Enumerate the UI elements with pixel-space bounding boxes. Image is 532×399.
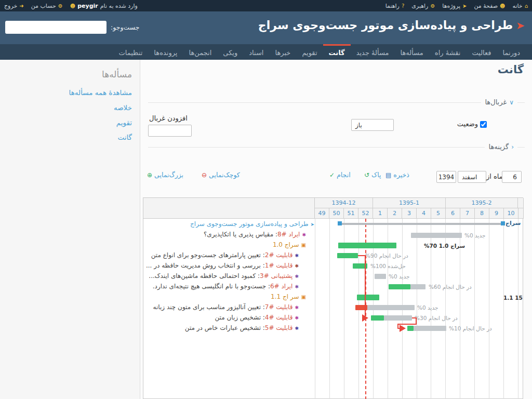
tab-roadmap[interactable]: نقشهٔ راه bbox=[429, 44, 467, 60]
tab-new-issue[interactable]: مسألهٔ جدید bbox=[351, 44, 395, 60]
gantt-row-issue: ✱پشتیبانی #3: کمبود احتمالی حافظه ماشین‌… bbox=[143, 271, 314, 281]
task-bar-done bbox=[337, 253, 358, 258]
tracker-icon: ✱ bbox=[295, 271, 299, 281]
issue-link[interactable]: ایراد #8 bbox=[277, 231, 300, 238]
issue-link[interactable]: قابلیت #1 bbox=[265, 262, 293, 269]
version-link[interactable]: سراج 1.0 bbox=[273, 241, 299, 248]
issue-link[interactable]: ایراد #6 bbox=[270, 283, 292, 290]
zoom-in-link[interactable]: ⊕ بزرگ‌نمایی bbox=[147, 171, 183, 179]
week-cell: 10 bbox=[504, 208, 518, 219]
version-bar-label: سراج 1.0 70% bbox=[424, 243, 465, 249]
tracker-icon: ✱ bbox=[295, 261, 299, 271]
status-filter-checkbox[interactable] bbox=[480, 121, 487, 128]
zoom-out-icon: ⊖ bbox=[202, 171, 207, 179]
search-input[interactable] bbox=[5, 21, 107, 34]
sidebar: مسأله‌ها مشاهدهٔ همه مسأله‌ها خلاصه تقوی… bbox=[0, 60, 140, 399]
issue-link[interactable]: قابلیت #5 bbox=[265, 324, 293, 331]
chevron-left-icon[interactable]: ‹ bbox=[511, 143, 514, 151]
issue-link[interactable]: قابلیت #4 bbox=[265, 314, 293, 321]
topbar-administration[interactable]: ⚙راهبری bbox=[411, 3, 435, 9]
tracker-icon: ✱ bbox=[295, 323, 299, 333]
tab-activity[interactable]: فعالیت bbox=[466, 44, 497, 60]
task-bar-label: حل‌شده 100% bbox=[370, 263, 406, 269]
status-filter-label: وضعیت bbox=[457, 120, 478, 128]
week-cell: 2 bbox=[388, 208, 402, 219]
zoom-in-icon: ⊕ bbox=[147, 171, 152, 179]
month-cell: 1395-1 bbox=[373, 198, 446, 208]
top-bar: ⌂خانه ☻صفحهٔ من ➤پروژه‌ها ⚙راهبری ?راهنم… bbox=[0, 0, 532, 11]
topbar-projects[interactable]: ➤پروژه‌ها bbox=[442, 3, 467, 9]
tab-forums[interactable]: انجمن‌ها bbox=[183, 44, 217, 60]
project-end-marker bbox=[501, 221, 505, 225]
tab-issues[interactable]: مسأله‌ها bbox=[395, 44, 429, 60]
version-link[interactable]: سر اج 1.1 bbox=[271, 293, 299, 300]
zoom-out-link[interactable]: ⊖ کوچک‌نمایی bbox=[202, 171, 240, 179]
week-cell bbox=[518, 208, 524, 219]
tab-settings[interactable]: تنظیمات bbox=[113, 44, 148, 60]
tracker-icon: ✱ bbox=[295, 302, 299, 312]
home-icon: ⌂ bbox=[525, 3, 528, 9]
sidebar-link-view-all-issues[interactable]: مشاهدهٔ همه مسأله‌ها bbox=[69, 88, 132, 97]
tracker-icon: ✱ bbox=[295, 313, 299, 323]
add-filter-select[interactable] bbox=[148, 125, 192, 137]
apply-link[interactable]: ✓ انجام bbox=[329, 171, 351, 179]
version-bar-label: 15 1.1 bbox=[503, 295, 523, 301]
tab-gantt[interactable]: گانت bbox=[323, 44, 351, 60]
save-link[interactable]: ▤ ذخیره bbox=[385, 171, 409, 179]
filters-fieldset-border bbox=[148, 102, 525, 103]
months-from-label: ماه از bbox=[486, 172, 503, 180]
tab-calendar[interactable]: تقویم bbox=[296, 44, 323, 60]
tab-documents[interactable]: اسناد bbox=[243, 44, 269, 60]
topbar-my-page[interactable]: ☻صفحهٔ من bbox=[474, 3, 505, 9]
gantt-row-project: ➤طراحی و پیاده‌سازی موتور جست‌وجوی سراج bbox=[143, 219, 314, 229]
tab-wiki[interactable]: ویکی bbox=[217, 44, 243, 60]
task-bar-label: در حال انجام 90% bbox=[365, 252, 408, 259]
topbar-home[interactable]: ⌂خانه bbox=[513, 3, 528, 9]
rocket-icon: ➤ bbox=[310, 219, 314, 229]
topbar-logout[interactable]: ➜خروج bbox=[4, 3, 24, 9]
status-filter-select[interactable]: باز bbox=[351, 119, 394, 131]
gantt-row-version: ▣سر اج 1.1 bbox=[143, 291, 314, 302]
issue-link[interactable]: قابلیت #7 bbox=[265, 303, 293, 311]
tab-files[interactable]: پرونده‌ها bbox=[148, 44, 183, 60]
tab-news[interactable]: خبرها bbox=[269, 44, 296, 60]
gantt-row-issue: ✱قابلیت #4: تشخیص زبان متن bbox=[143, 312, 314, 323]
tab-overview[interactable]: دورنما bbox=[497, 44, 526, 60]
clear-link[interactable]: ↺ پاک bbox=[364, 171, 381, 179]
sidebar-link-calendar[interactable]: تقویم bbox=[116, 118, 132, 127]
project-bar bbox=[339, 223, 501, 225]
task-bar-label: جدید 0% bbox=[464, 232, 485, 238]
task-bar-todo bbox=[367, 305, 415, 310]
task-bar-done bbox=[371, 315, 384, 321]
options-fieldset-border bbox=[148, 147, 525, 148]
filters-legend: ∨ غربال‌ها bbox=[481, 98, 517, 106]
month-cell: 1394-12 bbox=[315, 198, 373, 208]
gantt-row-issue: ✱ایراد #8: مقیاس پذیری یا اتکاپذیری؟ bbox=[143, 229, 314, 240]
tracker-icon: ✱ bbox=[295, 250, 299, 260]
issue-link[interactable]: قابلیت #2 bbox=[265, 251, 293, 259]
week-cell: 3 bbox=[402, 208, 417, 219]
user-icon: ☻ bbox=[500, 3, 505, 9]
issue-link[interactable]: پشتیبانی #3 bbox=[260, 272, 292, 280]
chevron-down-icon[interactable]: ∨ bbox=[509, 99, 514, 106]
task-bar-todo bbox=[384, 315, 412, 321]
topbar-help[interactable]: ?راهنما bbox=[385, 3, 405, 9]
topbar-account-group: وارد شده به نامpeygir☻ ⚙حساب من ➜خروج bbox=[4, 3, 138, 9]
topbar-my-account[interactable]: ⚙حساب من bbox=[31, 3, 63, 9]
sidebar-link-summary[interactable]: خلاصه bbox=[114, 103, 132, 112]
months-count-input[interactable] bbox=[502, 171, 522, 183]
week-cell: 49 bbox=[315, 208, 329, 219]
week-cell: 4 bbox=[417, 208, 431, 219]
search-label: جست‌وجو: bbox=[111, 23, 140, 31]
task-bar-todo bbox=[411, 233, 462, 238]
issue-subject: : تعیین آنالیزور مناسب برای متون چند زبا… bbox=[153, 303, 265, 311]
week-cell: 5 bbox=[431, 208, 446, 219]
sidebar-link-gantt[interactable]: گانت bbox=[117, 133, 132, 141]
project-title: ➤طراحی و پیاده‌سازی موتور جست‌وجوی سراج bbox=[258, 19, 525, 32]
year-input[interactable] bbox=[436, 171, 456, 183]
project-link[interactable]: طراحی و پیاده‌سازی موتور جست‌وجوی سراج bbox=[190, 220, 308, 228]
month-select[interactable]: اسفند bbox=[458, 171, 486, 183]
gantt-row-issue: ✱قابلیت #2: تعیین پارامترهای جست‌وجو برا… bbox=[143, 250, 314, 260]
task-bar-label: در حال انجام 10% bbox=[449, 325, 492, 331]
sidebar-divider bbox=[140, 60, 140, 399]
